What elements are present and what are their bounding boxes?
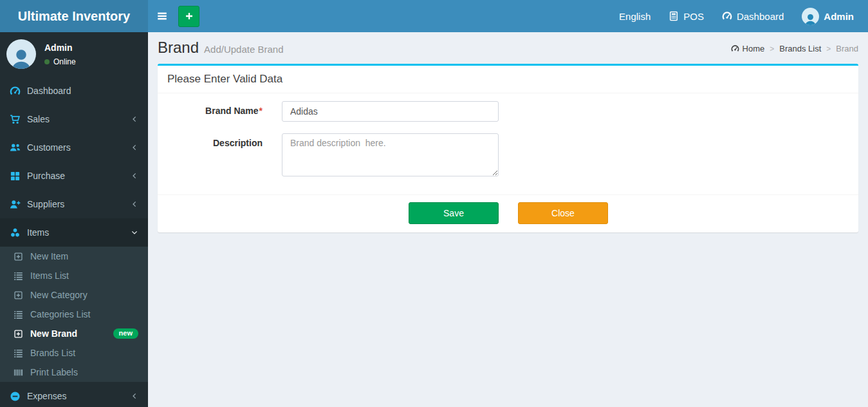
cubes-icon — [10, 227, 21, 238]
submenu-item-label: Categories List — [30, 309, 90, 319]
user-plus-icon — [10, 199, 21, 210]
description-label: Description — [158, 133, 282, 176]
sidebar-item-label: Items — [27, 227, 49, 238]
dashboard-icon — [722, 11, 732, 21]
submenu-item-new-category[interactable]: New Category — [0, 285, 148, 305]
plus-square-icon — [14, 252, 23, 261]
page-title-text: Brand — [158, 39, 199, 56]
top-navbar: Ultimate Inventory English POS Dashboard — [0, 0, 868, 32]
submenu-item-label: New Item — [30, 251, 68, 261]
brand-form-panel: Please Enter Valid Data Brand Name* Desc… — [158, 64, 858, 232]
button-row: Save Close — [409, 202, 849, 224]
nav-user-label: Admin — [824, 11, 854, 22]
sidebar-item-label: Customers — [27, 142, 71, 153]
sidebar-item-label: Suppliers — [27, 199, 64, 209]
sidebar-item-dashboard[interactable]: Dashboard — [0, 77, 148, 105]
chevron-down-icon — [131, 229, 138, 236]
page-subtitle: Add/Update Brand — [204, 44, 283, 55]
nav-pos[interactable]: POS — [660, 0, 713, 32]
sidebar-item-purchase[interactable]: Purchase — [0, 162, 148, 190]
sidebar-toggle-button[interactable] — [148, 0, 176, 32]
submenu-item-label: Items List — [30, 270, 69, 281]
breadcrumb-brands-list[interactable]: Brands List — [779, 44, 821, 53]
items-submenu: New Item Items List New Category Categor… — [0, 247, 148, 382]
quick-add-button[interactable] — [178, 6, 199, 27]
submenu-item-brands-list[interactable]: Brands List — [0, 343, 148, 363]
nav-dashboard[interactable]: Dashboard — [713, 0, 793, 32]
calculator-icon — [669, 11, 679, 21]
nav-user-menu[interactable]: Admin — [793, 0, 863, 32]
new-badge: new — [113, 328, 138, 339]
list-icon — [14, 348, 23, 358]
user-status[interactable]: Online — [44, 57, 76, 66]
app-logo[interactable]: Ultimate Inventory — [0, 0, 148, 32]
submenu-item-categories-list[interactable]: Categories List — [0, 305, 148, 324]
user-avatar — [6, 39, 36, 69]
close-button[interactable]: Close — [518, 202, 608, 224]
grid-icon — [10, 171, 21, 182]
sidebar-user-panel: Admin Online — [0, 32, 148, 77]
navbar-right-menu: English POS Dashboard Admin — [610, 0, 868, 32]
nav-pos-label: POS — [683, 11, 704, 22]
plus-square-icon — [14, 290, 23, 300]
tachometer-icon — [10, 86, 21, 97]
sidebar-item-customers[interactable]: Customers — [0, 133, 148, 162]
brand-name-row: Brand Name* — [158, 101, 858, 122]
description-row: Description — [158, 133, 858, 176]
panel-heading: Please Enter Valid Data — [158, 66, 858, 93]
submenu-item-print-labels[interactable]: Print Labels — [0, 363, 148, 382]
submenu-item-label: Brands List — [30, 348, 75, 358]
user-info: Admin Online — [44, 43, 76, 66]
nav-language-label: English — [619, 11, 651, 22]
users-icon — [10, 142, 21, 153]
sidebar-item-suppliers[interactable]: Suppliers — [0, 190, 148, 218]
user-avatar-small — [802, 8, 819, 25]
sidebar-item-label: Purchase — [27, 171, 65, 181]
user-status-label: Online — [53, 57, 76, 66]
user-name: Admin — [44, 43, 76, 53]
person-icon — [803, 12, 818, 25]
submenu-item-new-item[interactable]: New Item — [0, 247, 148, 266]
description-textarea[interactable] — [282, 133, 499, 176]
main-content: BrandAdd/Update Brand Home > Brands List… — [148, 0, 868, 232]
barcode-icon — [14, 368, 23, 377]
submenu-item-new-brand[interactable]: New Brand new — [0, 324, 148, 343]
online-dot-icon — [44, 59, 50, 64]
sidebar: Admin Online Dashboard Sales Customers P… — [0, 32, 148, 407]
chevron-left-icon — [131, 172, 138, 180]
submenu-item-label: Print Labels — [30, 367, 78, 377]
hamburger-icon — [156, 10, 168, 22]
sidebar-item-expenses[interactable]: Expenses — [0, 382, 148, 407]
sidebar-item-label: Sales — [27, 114, 50, 124]
chevron-left-icon — [131, 200, 138, 208]
minus-circle-icon — [10, 391, 21, 402]
save-button[interactable]: Save — [409, 202, 499, 224]
dashboard-icon — [731, 44, 739, 53]
nav-language[interactable]: English — [610, 0, 660, 32]
list-icon — [14, 271, 23, 281]
panel-body: Brand Name* Description — [158, 101, 858, 194]
panel-footer: Save Close — [158, 194, 858, 232]
breadcrumb-separator: > — [770, 44, 774, 53]
submenu-item-label: New Brand — [30, 328, 77, 339]
navbar-main: English POS Dashboard Admin — [148, 0, 868, 32]
shopping-cart-icon — [10, 114, 21, 125]
sidebar-menu: Dashboard Sales Customers Purchase Suppl… — [0, 77, 148, 407]
brand-name-input[interactable] — [282, 101, 499, 122]
submenu-item-label: New Category — [30, 290, 88, 300]
submenu-item-items-list[interactable]: Items List — [0, 266, 148, 285]
breadcrumb-separator: > — [826, 44, 831, 53]
sidebar-item-sales[interactable]: Sales — [0, 105, 148, 133]
list-icon — [14, 310, 23, 319]
sidebar-item-label: Expenses — [27, 391, 66, 401]
breadcrumb-current: Brand — [836, 44, 858, 53]
brand-name-label: Brand Name* — [158, 101, 282, 122]
required-asterisk: * — [259, 106, 263, 116]
content-header: BrandAdd/Update Brand Home > Brands List… — [148, 32, 868, 64]
chevron-left-icon — [131, 392, 138, 400]
breadcrumb: Home > Brands List > Brand — [731, 44, 858, 53]
chevron-left-icon — [131, 144, 138, 151]
breadcrumb-home[interactable]: Home — [731, 44, 765, 53]
nav-dashboard-label: Dashboard — [737, 11, 784, 22]
sidebar-item-items[interactable]: Items — [0, 218, 148, 247]
